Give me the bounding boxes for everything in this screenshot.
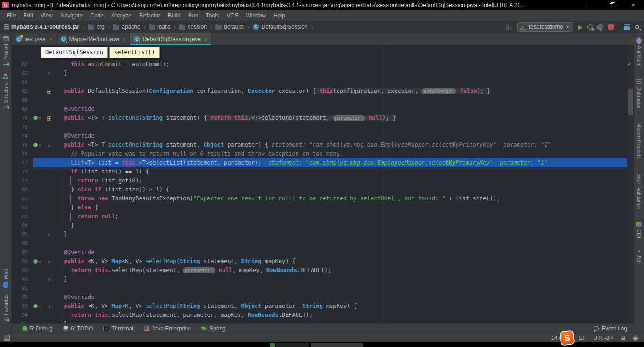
fold-marker[interactable] (46, 96, 53, 105)
fold-plus-icon[interactable]: + (47, 90, 51, 94)
fold-marker[interactable] (46, 176, 53, 185)
fold-plus-icon[interactable]: + (47, 116, 51, 121)
fold-marker[interactable]: ∧ (46, 275, 53, 284)
code-line-83[interactable]: 83 return null; (12, 212, 634, 221)
code-line-88[interactable]: 88O↑∨ public <K, V> Map<K, V> selectMap(… (12, 257, 634, 266)
overrides-up-arrow-icon[interactable]: ↑ (38, 114, 41, 123)
line-number[interactable]: 84 (12, 221, 33, 230)
line-separator-widget[interactable]: LF (579, 335, 586, 341)
tab-DefaultSqlSession.java[interactable]: CDefaultSqlSession.java× (130, 33, 211, 45)
menu-help[interactable]: Help (270, 11, 289, 20)
tool-windows-grid-icon[interactable] (624, 24, 630, 30)
menu-vcs[interactable]: VCS (223, 11, 242, 20)
code-line-93[interactable]: 93O↑∨ public <K, V> Map<K, V> selectMap(… (12, 302, 634, 311)
fold-marker[interactable] (46, 158, 53, 167)
toolwindow-button-spring[interactable]: Spring (201, 325, 226, 332)
code-line-91[interactable]: 91 (12, 284, 634, 293)
menu-tools[interactable]: Tools (202, 11, 223, 20)
fold-marker[interactable] (46, 194, 53, 203)
fold-marker[interactable] (46, 78, 53, 87)
breadcrumb-item-apache[interactable]: apache (113, 24, 140, 30)
code-line-65[interactable]: 65+ public DefaultSqlSession(Configurati… (12, 87, 634, 96)
close-button[interactable]: × (622, 0, 644, 10)
tab-MapperMethod.java[interactable]: CMapperMethod.java× (57, 33, 130, 45)
menu-refactor[interactable]: Refactor (135, 11, 164, 20)
run-configuration-select[interactable]: test.testdemo ▼ (517, 22, 573, 32)
fold-marker[interactable]: + (46, 114, 53, 123)
code-line-70[interactable]: 70O↑+ public <T> T selectOne(String stat… (12, 114, 634, 123)
line-number[interactable]: 76 (12, 149, 33, 158)
breadcrumb-item-session[interactable]: session (179, 24, 207, 30)
download-sources-icon[interactable]: 01 10 01 ↓ (506, 24, 513, 31)
fold-marker[interactable] (46, 212, 53, 221)
run-button[interactable]: ▶ (578, 24, 583, 31)
fold-marker[interactable] (46, 149, 53, 158)
run-with-coverage-button[interactable] (597, 23, 605, 31)
code-line-62[interactable]: 62 this.autoCommit = autoCommit; (12, 60, 634, 69)
code-area[interactable]: 62 this.autoCommit = autoCommit;63∧ }646… (12, 45, 634, 323)
code-line-64[interactable]: 64 (12, 78, 634, 87)
overrides-up-arrow-icon[interactable]: ↑ (38, 140, 41, 149)
line-number[interactable]: 94 (12, 311, 33, 320)
breadcrumb-item-ibatis[interactable]: ibatis (149, 24, 171, 30)
line-number[interactable]: 69 (12, 105, 33, 114)
scrollbar-thumb[interactable] (628, 89, 633, 115)
stripe-button-2-favorites[interactable]: 2: Favorites (3, 294, 8, 323)
fold-marker[interactable] (46, 167, 53, 176)
fold-marker[interactable] (46, 60, 53, 69)
breadcrumb-item-mybatis-3.4.1-sources.jar[interactable]: mybatis-3.4.1-sources.jar (4, 24, 79, 30)
tool-window-switcher-icon[interactable] (4, 335, 10, 341)
line-number[interactable]: 70 (12, 114, 33, 123)
popup-class-item[interactable]: DefaultSqlSession (41, 47, 108, 58)
line-number[interactable]: 90 (12, 275, 33, 284)
fold-marker[interactable]: ∨ (46, 140, 53, 149)
toolwindow-button-6-todo[interactable]: 6: TODO (63, 325, 93, 332)
fold-marker[interactable] (46, 105, 53, 114)
code-line-85[interactable]: 85∧ } (12, 230, 634, 239)
line-number[interactable]: 88 (12, 257, 33, 266)
fold-marker[interactable] (46, 123, 53, 132)
override-method-icon[interactable]: O (33, 259, 38, 264)
fold-marker[interactable]: + (46, 87, 53, 96)
code-line-63[interactable]: 63∧ } (12, 69, 634, 78)
line-number[interactable]: 65 (12, 87, 33, 96)
line-number[interactable]: 93 (12, 302, 33, 311)
code-line-74[interactable]: 74 @Override (12, 132, 634, 140)
read-only-lock-icon[interactable] (621, 338, 625, 340)
tab-test.java[interactable]: Ctest.java× (12, 33, 57, 45)
encoding-widget[interactable]: UTF-8 ⇅ (593, 335, 614, 341)
code-line-77[interactable]: 77 List<T> list = this.<T>selectList(sta… (12, 158, 634, 167)
menu-code[interactable]: Code (86, 11, 107, 20)
code-line-92[interactable]: 92 @Override (12, 293, 634, 302)
menu-build[interactable]: Build (164, 11, 184, 20)
stop-button[interactable] (608, 24, 614, 30)
toolwindow-button-java-enterprise[interactable]: Java Enterprise (144, 325, 191, 332)
fold-marker[interactable] (46, 248, 53, 257)
overrides-up-arrow-icon[interactable]: ↑ (38, 257, 41, 266)
fold-marker[interactable]: ∧ (46, 230, 53, 239)
breadcrumb-item-DefaultSqlSession[interactable]: CDefaultSqlSession (253, 24, 308, 30)
line-number[interactable]: 92 (12, 293, 33, 302)
code-line-73[interactable]: 73 (12, 123, 634, 132)
fold-marker[interactable]: ∨ (46, 257, 53, 266)
breadcrumb-item-defaults[interactable]: defaults (215, 24, 244, 30)
tab-close-icon[interactable]: × (50, 37, 52, 42)
line-number[interactable]: 75 (12, 140, 33, 149)
toolwindow-button-terminal[interactable]: >_Terminal (103, 325, 133, 332)
event-log-button[interactable]: Event Log (594, 325, 627, 332)
line-number[interactable]: 77 (12, 158, 33, 167)
fold-marker[interactable] (46, 266, 53, 275)
menu-navigate[interactable]: Navigate (57, 11, 86, 20)
code-line-69[interactable]: 69 @Override (12, 105, 634, 114)
tab-close-icon[interactable]: × (205, 37, 207, 42)
stripe-button-1-project[interactable]: 1: Project (3, 36, 9, 66)
line-number[interactable]: 95 (12, 320, 33, 323)
error-stripe-scrollbar[interactable]: ✔ (627, 45, 634, 323)
stripe-button-jsf[interactable]: JSF (636, 250, 642, 264)
toolwindow-button-5-debug[interactable]: 5: Debug (22, 325, 53, 332)
line-number[interactable]: 87 (12, 248, 33, 257)
override-method-icon[interactable]: O (33, 143, 38, 147)
code-line-94[interactable]: 94 return this.selectMap(statement, para… (12, 311, 634, 320)
code-line-80[interactable]: 80 } else if (list.size() > 1) { (12, 185, 634, 194)
override-method-icon[interactable]: O (33, 116, 38, 120)
